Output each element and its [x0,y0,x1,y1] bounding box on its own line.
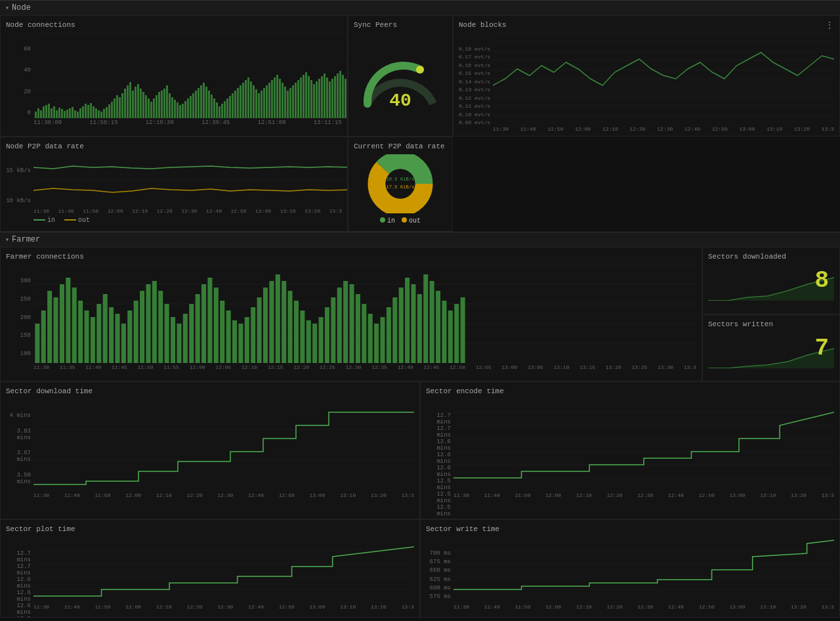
sectors-written-title: Sectors written [708,320,834,328]
svg-rect-91 [263,88,265,118]
farmer-section-label: Farmer [12,235,40,244]
svg-rect-219 [461,297,465,363]
sector-plot-time-title: Sector plot time [6,525,414,533]
svg-rect-174 [183,314,188,363]
svg-rect-107 [305,72,307,118]
svg-rect-64 [192,93,194,118]
svg-rect-182 [232,320,237,363]
svg-rect-76 [224,101,226,118]
svg-rect-62 [187,98,189,118]
node-chevron[interactable]: ▾ [5,4,9,12]
svg-rect-30 [103,109,105,118]
node-row-1: Node connections 60 40 20 0 [0,15,840,137]
svg-rect-209 [399,288,404,363]
svg-rect-42 [135,87,136,118]
svg-rect-214 [430,281,434,363]
current-p2p-pie: 10.5 KiB/s 17.5 KiB/s in out [354,154,447,225]
node-section-header: ▾ Node [0,0,840,15]
pie-legend-out-dot [402,217,407,223]
node-blocks-x-labels: 11:30 11:40 11:50 12:00 12:10 12:20 12:3… [459,126,834,132]
svg-rect-162 [109,307,114,363]
svg-rect-181 [226,310,231,363]
svg-rect-66 [198,88,200,118]
svg-rect-164 [121,324,126,363]
svg-rect-217 [448,310,453,363]
sector-encode-time-svg [453,399,834,491]
svg-rect-44 [140,89,142,118]
svg-rect-109 [310,80,312,118]
sync-peers-gauge: 40 [354,33,447,129]
node-connections-svg-wrap [33,33,342,118]
sectors-downloaded-value: 8 [814,267,829,294]
svg-rect-35 [116,95,118,118]
sector-encode-time-chart: 12.7 mins 12.7 mins 12.6 mins 12.6 mins … [426,399,834,498]
svg-rect-81 [237,88,239,118]
svg-rect-108 [308,76,310,118]
svg-rect-212 [417,294,422,363]
sector-download-time-svg [33,399,414,491]
svg-rect-120 [339,71,341,118]
svg-rect-71 [211,95,213,118]
svg-rect-39 [127,85,129,118]
svg-rect-119 [337,74,339,118]
svg-rect-74 [219,106,220,118]
sectors-downloaded-title: Sectors downloaded [708,253,834,261]
node-p2p-svg-wrap [33,154,342,207]
svg-rect-92 [266,85,268,118]
svg-rect-156 [72,288,77,363]
svg-rect-103 [295,83,297,118]
svg-rect-177 [201,284,206,363]
svg-rect-5 [37,108,39,118]
svg-rect-201 [350,284,354,363]
svg-rect-87 [253,85,255,118]
svg-rect-112 [318,79,320,118]
svg-rect-171 [165,304,169,363]
svg-rect-43 [137,84,139,118]
node-blocks-panel: Node blocks ⋮ 0.18 evt/s 0.17 evt/s 0.16… [453,15,840,137]
svg-rect-17 [69,108,71,118]
current-p2p-svg: 10.5 KiB/s 17.5 KiB/s [368,154,433,213]
svg-rect-23 [85,104,87,118]
svg-rect-184 [245,317,249,363]
node-connections-svg [33,33,348,118]
sector-plot-time-chart: 12.7 mins 12.7 mins 12.6 mins 12.6 mins … [6,537,414,610]
svg-rect-155 [66,278,70,363]
svg-rect-11 [53,106,55,118]
svg-rect-180 [220,301,224,363]
svg-rect-7 [43,106,45,118]
svg-rect-163 [115,314,119,363]
farmer-chevron[interactable]: ▾ [5,236,9,244]
svg-rect-12 [56,110,58,118]
svg-rect-185 [251,307,255,363]
svg-rect-99 [284,87,286,118]
svg-rect-10 [51,108,52,118]
svg-rect-170 [158,291,163,363]
svg-rect-83 [242,83,244,118]
svg-rect-51 [158,92,160,118]
svg-rect-97 [279,79,281,118]
node-blocks-y-labels: 0.18 evt/s 0.17 evt/s 0.16 evt/s 0.15 ev… [459,46,493,125]
node-blocks-spacer [453,137,840,232]
sector-plot-time-svg [33,537,414,603]
svg-point-141 [386,169,415,199]
svg-rect-26 [93,106,94,118]
svg-rect-20 [77,112,79,118]
svg-rect-32 [108,104,110,118]
svg-rect-169 [152,281,157,363]
sector-download-time-title: Sector download time [6,387,414,395]
svg-rect-6 [40,110,42,118]
svg-rect-29 [100,112,102,118]
svg-rect-104 [297,80,299,118]
svg-rect-69 [205,87,207,118]
node-p2p-title: Node P2P data rate [6,142,342,150]
svg-rect-100 [287,91,289,118]
svg-rect-19 [74,110,76,118]
svg-rect-56 [171,97,173,118]
current-p2p-panel: Current P2P data rate 10.5 KiB/s 17.5 Ki… [348,137,453,232]
svg-rect-25 [90,103,92,118]
svg-rect-78 [229,96,231,118]
svg-rect-65 [195,91,197,118]
more-button[interactable]: ⋮ [825,20,834,31]
sector-encode-time-y-labels: 12.7 mins 12.7 mins 12.6 mins 12.6 mins … [426,412,453,485]
sector-encode-time-svg-wrap [453,399,834,491]
